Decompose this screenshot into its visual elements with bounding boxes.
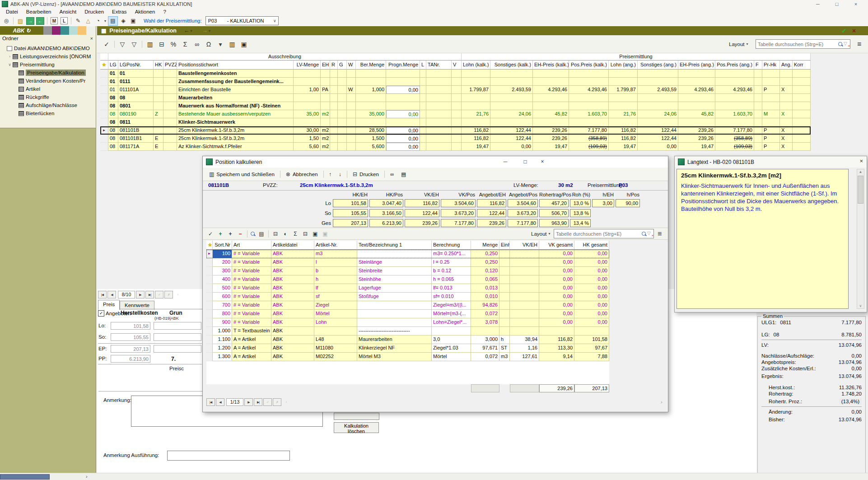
tree-item-veränderungen-kosten-pr[interactable]: Veränderungen Kosten/Pr (0, 77, 96, 85)
tab-kennwerte[interactable]: Kennwerte (120, 301, 154, 310)
calc-row-300[interactable]: 300# = VariableABKbSteinbreiteb = 0.120,… (206, 267, 609, 275)
column-header-sonstiges-kalk[interactable]: Sonstiges (kalk.) (490, 61, 533, 70)
caret-down-icon[interactable]: ▾ (215, 39, 226, 49)
scrollbar[interactable]: ▲ ∨ (857, 169, 864, 309)
summary-lo-angebot-pos[interactable]: 3.504,60 (508, 199, 538, 207)
doc-m-icon[interactable]: M (51, 17, 58, 24)
position-pager-next-button[interactable]: ▶ (136, 291, 145, 298)
search-icon[interactable] (837, 41, 844, 47)
forward-icon[interactable]: → (202, 28, 208, 34)
expander-icon[interactable]: ∨ (7, 62, 12, 67)
sum-icon[interactable]: Σ (291, 229, 300, 238)
scroll-down-icon[interactable]: ∨ (857, 304, 864, 308)
summary-lo-h-pos[interactable]: 90,00 (616, 199, 640, 207)
search-icon[interactable] (641, 231, 647, 237)
power-icon[interactable]: ◎ (2, 17, 11, 25)
summary-lo-hk-eh[interactable]: 101,58 (333, 199, 368, 207)
abbrechen-button[interactable]: ⊗Abbrechen (282, 169, 322, 179)
lv-row-081101B1[interactable]: 08081101B1E25cm Klinkermwk.1-Sf.b.3,2m1,… (100, 135, 811, 143)
position-pager-back-button[interactable]: ‹ (174, 291, 182, 298)
calc-pager-first-button[interactable]: |◀ (206, 398, 215, 406)
doc-search-icon[interactable]: ▥ (227, 39, 238, 49)
summary-ges-rohertrag-pos[interactable]: 963,90 (539, 219, 569, 227)
close-icon[interactable]: × (859, 158, 863, 164)
layout-dropdown[interactable]: Layout▾ (729, 42, 748, 47)
clipboard-check-icon[interactable]: ▣ (238, 39, 249, 49)
menu-bearbeiten[interactable]: Bearbeiten (22, 9, 56, 14)
summary-so-roh[interactable]: 13,8 % (570, 209, 591, 217)
anmerkung-ausfuehrung-input[interactable] (167, 451, 290, 461)
summary-so-hk-eh[interactable]: 105,55 (333, 209, 368, 217)
summary-lo-roh[interactable]: 13,0 % (570, 199, 591, 207)
column-header-pvzz[interactable]: PVZZ (163, 61, 177, 70)
menu-item[interactable]: ? (159, 9, 170, 14)
column-header-positionsstichwort[interactable]: Positionsstichwort (177, 61, 294, 70)
hscroll-right-icon[interactable]: › (661, 399, 663, 405)
column-header-r[interactable]: R (330, 61, 338, 70)
menu-ansicht[interactable]: Ansicht (55, 9, 80, 14)
search-input[interactable] (554, 231, 641, 237)
clear-filter-icon[interactable]: ▽× (647, 231, 653, 237)
column-header-progn-menge[interactable]: Progn.Menge (386, 61, 420, 70)
column-header-art[interactable]: Art (232, 241, 271, 250)
search-input[interactable] (756, 42, 837, 47)
binoculars-icon[interactable]: ∞ (191, 39, 202, 49)
summary-ges-roh[interactable]: 13,4 % (570, 219, 591, 227)
angeboten-checkbox[interactable]: ✓ (98, 310, 104, 317)
calc-row-200[interactable]: 200# = VariableABKlSteinlängel = 0.250,2… (206, 258, 609, 267)
summary-lo-vk-eh[interactable]: 116,82 (405, 199, 439, 207)
column-header-f[interactable]: F (754, 61, 762, 70)
move-up-button[interactable]: ↑ (326, 169, 336, 179)
cancel-icon[interactable]: × (852, 27, 856, 34)
paste-icon[interactable]: ▣ (321, 229, 330, 238)
summary-ges-angebot-pos[interactable]: 7.177,80 (508, 219, 538, 227)
position-pager-prev-button[interactable]: ◀ (107, 291, 116, 298)
minimize-icon[interactable]: ─ (808, 0, 827, 8)
calc-pager-cancel-button[interactable]: ✗ (273, 398, 281, 406)
column-header-berechnung[interactable]: Berechnung (432, 241, 471, 250)
column-header-pos-preis-ang[interactable]: Pos.Preis (ang.) (715, 61, 754, 70)
position-pager-first-button[interactable]: |◀ (98, 291, 107, 298)
scrollbar-thumb[interactable] (858, 176, 863, 204)
lv-row-081101B[interactable]: ▸08081101B25cm Klinkermwk.1-Sf.b.3,2m30,… (100, 126, 811, 135)
calc-row-900[interactable]: 900# = VariableABKLohnLohn=Ziegel*...3,0… (206, 318, 609, 327)
restore-icon[interactable]: □ (827, 0, 846, 8)
summary-ges-hk-pos[interactable]: 6.213,90 (369, 219, 403, 227)
close-icon[interactable]: × (90, 36, 93, 41)
calc-row-700[interactable]: 700# = VariableABKZiegelZiegel=m3/((l...… (206, 301, 609, 310)
menu-drucken[interactable]: Drucken (80, 9, 108, 14)
position-pager-cancel-button[interactable]: ✗ (164, 291, 173, 298)
database-euro-icon[interactable]: ⊟ (301, 229, 310, 238)
copy-icon[interactable]: ▣ (311, 229, 320, 238)
database-icon[interactable]: ⊟ (156, 39, 167, 49)
lv-row-08[interactable]: 0808Mauerarbeiten (100, 94, 811, 102)
drucken-button[interactable]: ⊟Drucken (349, 169, 383, 179)
zoom-icon[interactable] (250, 231, 256, 237)
contrast-icon[interactable]: ◐ (281, 229, 290, 238)
lv-row-011101A[interactable]: 01011101AEinrichten der Baustelle1,00PAW… (100, 86, 811, 94)
horizontal-scrollbar[interactable]: › (0, 473, 868, 480)
column-header-w[interactable]: W (347, 61, 356, 70)
filter-icon[interactable]: ▽ (117, 39, 128, 49)
tree-item-bieterlücken[interactable]: Bieterlücken (0, 109, 96, 117)
import-icon[interactable]: ← (36, 17, 44, 25)
move-down-button[interactable]: ↓ (335, 169, 345, 179)
position-pager-last-button[interactable]: ▶| (145, 291, 154, 298)
clipboard-icon[interactable]: ▣ (129, 17, 138, 25)
column-header-sort-nr[interactable]: Sort.Nr (213, 241, 232, 250)
menu-datei[interactable]: Datei (2, 9, 22, 14)
calc-row-1-300[interactable]: 1.300A = ArtikelABKM02252Mörtel M3Mörtel… (206, 353, 609, 361)
percent-icon[interactable]: % (168, 39, 179, 49)
column-header-vk-eh[interactable]: VK/EH (510, 241, 539, 250)
binoculars-icon[interactable]: ∞ (387, 169, 397, 179)
rows-icon[interactable]: ▤ (257, 229, 266, 238)
tree-item-leistungsverzeichnis-önorm[interactable]: ›Leistungsverzeichnis [ÖNORM (0, 52, 96, 61)
summary-so-vk-eh[interactable]: 122,44 (405, 209, 439, 217)
close-icon[interactable]: × (536, 156, 549, 167)
lv-row-081171A[interactable]: 08081171AEAz Klinker-Sichtmwk.f.Pfeiler5… (100, 143, 811, 151)
column-header-l[interactable]: L (420, 61, 426, 70)
column-header-lgposnr[interactable]: LGPosNr. (118, 61, 154, 70)
add-link-icon[interactable]: + (226, 229, 235, 238)
column-header-hk-gesamt[interactable]: HK gesamt (574, 241, 609, 250)
maximize-icon[interactable]: □ (519, 156, 532, 167)
